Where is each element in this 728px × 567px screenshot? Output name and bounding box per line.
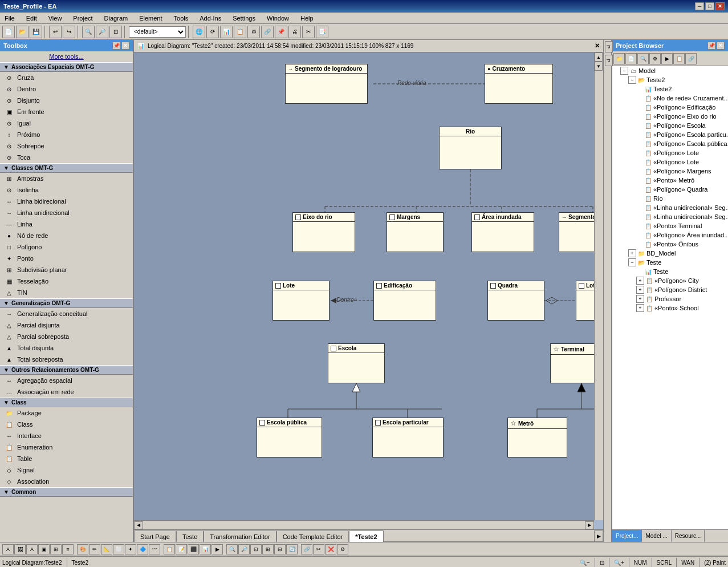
status-zoom-in[interactable]: 🔍+ [614, 558, 629, 567]
menu-window[interactable]: Window [265, 14, 291, 22]
zoom-fit-btn[interactable]: ⊡ [109, 26, 122, 38]
class-segmento[interactable]: → Segmento de logradouro [285, 64, 368, 104]
tool-poligono[interactable]: □ Polígono [0, 241, 133, 253]
tool-interface[interactable]: ↔ Interface [0, 430, 133, 442]
tool-proximo[interactable]: ↕ Próximo [0, 129, 133, 140]
tree-bd-model[interactable]: + 📁 BD_Model [612, 249, 728, 258]
btb-22[interactable]: ⊞ [262, 544, 274, 554]
menu-tools[interactable]: Tools [172, 14, 191, 22]
tool-tesselacao[interactable]: ▦ Tesselação [0, 276, 133, 287]
tb-btn-8[interactable]: 🖨 [288, 26, 301, 38]
tree-escola[interactable]: 📋 «Polígono» Escola [612, 121, 728, 130]
close-button[interactable]: ✕ [715, 2, 725, 10]
menu-edit[interactable]: Edit [24, 14, 39, 22]
tool-toca[interactable]: ⊙ Toca [0, 152, 133, 163]
expand-teste[interactable]: − [628, 258, 636, 266]
btb-25[interactable]: 🔗 [301, 544, 312, 554]
btb-16[interactable]: ⬛ [188, 544, 199, 554]
scroll-down-btn[interactable]: ▼ [595, 62, 603, 71]
btb-27[interactable]: ❌ [325, 544, 336, 554]
pb-tab-project[interactable]: Project... [612, 530, 642, 542]
class-margens[interactable]: Margens [387, 212, 444, 252]
pb-btn-3[interactable]: 🔍 [637, 53, 649, 64]
scrollbar-vertical[interactable]: ▲ ▼ [594, 52, 603, 520]
class-segmento-rio[interactable]: → Segmento de rio [559, 212, 594, 252]
tool-disjunto[interactable]: ⊙ Disjunto [0, 95, 133, 106]
tab-transformation-editor[interactable]: Transformation Editor [204, 530, 276, 542]
tab-start-page[interactable]: Start Page [134, 530, 176, 542]
tb-btn-1[interactable]: 🌐 [193, 26, 205, 38]
tool-cruza[interactable]: ⊙ Cruza [0, 72, 133, 83]
tool-igual[interactable]: ⊙ Igual [0, 118, 133, 129]
tree-teste2-folder[interactable]: − 📂 Teste2 [612, 75, 728, 84]
tool-linha[interactable]: — Linha [0, 218, 133, 230]
tool-emfrente[interactable]: ▣ Em frente [0, 106, 133, 118]
menu-view[interactable]: View [46, 14, 64, 22]
tool-table[interactable]: 📋 Table [0, 453, 133, 464]
btb-18[interactable]: ▶ [212, 544, 223, 554]
expand-bd-model[interactable]: + [628, 249, 636, 257]
tool-subdivisao[interactable]: ⊞ Subdivisão planar [0, 264, 133, 276]
class-terminal[interactable]: ☆ Terminal [550, 343, 594, 383]
class-eixo[interactable]: Eixo do rio [292, 212, 355, 252]
btb-15[interactable]: 📝 [176, 544, 187, 554]
tree-teste-folder[interactable]: − 📂 Teste [612, 258, 728, 267]
expand-district[interactable]: + [636, 286, 644, 294]
tool-agregacao[interactable]: ↔ Agregação espacial [0, 375, 133, 386]
tool-association[interactable]: ◇ Association [0, 476, 133, 487]
btb-26[interactable]: ✂ [313, 544, 324, 554]
tree-onibus[interactable]: 📋 «Ponto» Ônibus [612, 240, 728, 249]
scroll-right-btn[interactable]: ▶ [585, 521, 594, 529]
tool-parcial-sobreposta[interactable]: △ Parcial sobreposta [0, 331, 133, 342]
tab-right-properties[interactable]: P [605, 41, 613, 52]
section-class[interactable]: ▼ Class [0, 398, 133, 407]
zoom-in-btn[interactable]: 🔎 [96, 26, 108, 38]
tree-city[interactable]: + 📋 «Polígono» City [612, 276, 728, 285]
tree-quadra[interactable]: 📋 «Polígono» Quadra [612, 185, 728, 194]
btb-13[interactable]: 〰 [149, 544, 160, 554]
toolbox-close-btn[interactable]: ✕ [121, 42, 129, 50]
tree-model[interactable]: − 🗂 Model [612, 66, 728, 75]
tree-linha-seg-2[interactable]: 📋 «Linha unidirecional» Seg... [612, 212, 728, 221]
tree-margens[interactable]: 📋 «Polígono» Margens [612, 167, 728, 176]
tool-signal[interactable]: ◇ Signal [0, 464, 133, 476]
expand-professor[interactable]: + [636, 295, 644, 303]
btb-4[interactable]: ▣ [38, 544, 50, 554]
tb-btn-7[interactable]: 📌 [275, 26, 287, 38]
tree-escola-publica[interactable]: 📋 «Polígono» Escola pública... [612, 139, 728, 148]
tool-linha-uni[interactable]: → Linha unidirecional [0, 207, 133, 218]
tree-escola-particu[interactable]: 📋 «Polígono» Escola particu... [612, 130, 728, 139]
tool-no-rede[interactable]: ● Nó de rede [0, 230, 133, 241]
class-lote2[interactable]: Lote [576, 281, 594, 321]
tb-btn-5[interactable]: ⚙ [247, 26, 260, 38]
btb-28[interactable]: ⚙ [337, 544, 348, 554]
tabs-scroll-btn[interactable]: ▶ [594, 530, 603, 542]
tree-lote-1[interactable]: 📋 «Polígono» Lote [612, 148, 728, 157]
class-metro[interactable]: ☆ Metrô [507, 418, 567, 457]
pb-btn-6[interactable]: 📋 [673, 53, 685, 64]
expand-school[interactable]: + [636, 304, 644, 312]
btb-2[interactable]: 🖼 [14, 544, 26, 554]
tool-ponto[interactable]: ✦ Ponto [0, 253, 133, 264]
menu-help[interactable]: Help [298, 14, 316, 22]
pb-pin-btn[interactable]: 📌 [707, 42, 715, 50]
tab-teste[interactable]: Teste [176, 530, 204, 542]
btb-7[interactable]: 🎨 [77, 544, 88, 554]
tree-teste2-diag[interactable]: 📊 Teste2 [612, 84, 728, 94]
tb-btn-6[interactable]: 🔗 [261, 26, 274, 38]
expand-city[interactable]: + [636, 277, 644, 285]
tool-isolinha[interactable]: ⊙ Isolinha [0, 184, 133, 196]
toolbox-pin-btn[interactable]: 📌 [112, 42, 120, 50]
tool-class[interactable]: 📋 Class [0, 419, 133, 430]
tree-lote-2[interactable]: 📋 «Polígono» Lote [612, 157, 728, 167]
tree-no-rede[interactable]: 📋 «No de rede» Cruzament... [612, 94, 728, 103]
tab-right-pan-zoom[interactable]: P [605, 55, 613, 66]
btb-23[interactable]: ⊟ [274, 544, 286, 554]
class-escola[interactable]: Escola [328, 343, 385, 383]
section-associacoes[interactable]: ▼ Associações Espaciais OMT-G [0, 62, 133, 72]
class-rio[interactable]: Rio [439, 127, 502, 169]
tree-professor[interactable]: + 📋 Professor [612, 294, 728, 303]
btb-1[interactable]: A [2, 544, 14, 554]
section-classes[interactable]: ▼ Classes OMT-G [0, 163, 133, 173]
minimize-button[interactable]: ─ [695, 2, 704, 10]
